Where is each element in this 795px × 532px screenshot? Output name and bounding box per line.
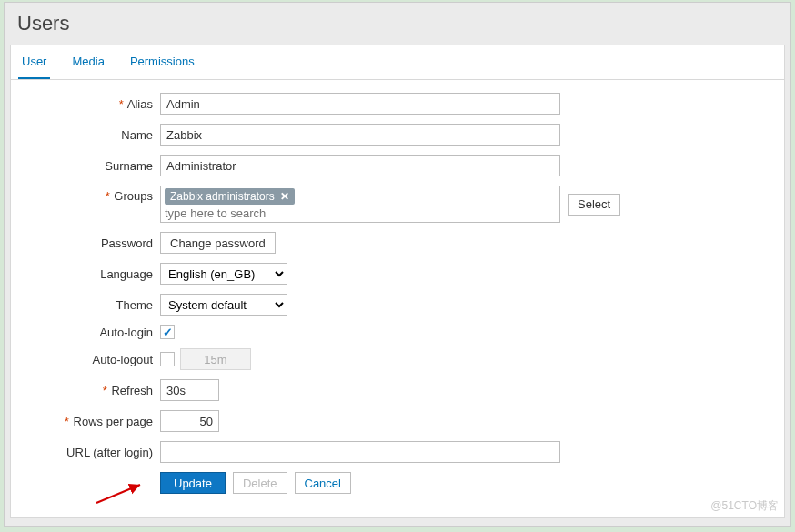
- action-buttons: Update Delete Cancel: [160, 472, 757, 494]
- name-label: Name: [38, 128, 160, 142]
- change-password-button[interactable]: Change password: [160, 232, 276, 254]
- annotation-arrow-icon: [93, 479, 147, 507]
- group-pill: Zabbix administrators ✕: [165, 188, 295, 205]
- theme-label: Theme: [38, 298, 160, 312]
- select-groups-button[interactable]: Select: [568, 194, 620, 216]
- language-select[interactable]: English (en_GB): [160, 263, 287, 285]
- groups-multiselect[interactable]: Zabbix administrators ✕: [160, 186, 560, 223]
- surname-input[interactable]: [160, 155, 560, 176]
- language-label: Language: [38, 267, 160, 281]
- password-label: Password: [38, 236, 160, 250]
- alias-label: * Alias: [38, 97, 160, 111]
- group-pill-label: Zabbix administrators: [170, 190, 275, 203]
- page-title: Users: [5, 3, 790, 45]
- tab-media[interactable]: Media: [68, 45, 107, 79]
- autologout-checkbox[interactable]: [160, 352, 175, 366]
- url-label: URL (after login): [38, 446, 160, 459]
- tab-permissions[interactable]: Permissions: [126, 45, 198, 79]
- delete-button[interactable]: Delete: [233, 472, 287, 494]
- user-form: * Alias Name Surname * Groups Zabbix adm…: [11, 80, 784, 503]
- theme-select[interactable]: System default: [160, 294, 287, 316]
- name-input[interactable]: [160, 124, 560, 146]
- alias-input[interactable]: [160, 93, 560, 115]
- cancel-button[interactable]: Cancel: [295, 472, 351, 494]
- rows-input[interactable]: [160, 410, 219, 432]
- refresh-input[interactable]: [160, 379, 219, 401]
- remove-group-icon[interactable]: ✕: [280, 190, 289, 203]
- svg-line-0: [96, 485, 140, 503]
- tab-user[interactable]: User: [18, 45, 50, 79]
- groups-label: * Groups: [38, 186, 160, 203]
- autologout-label: Auto-logout: [38, 353, 160, 366]
- tabs-bar: User Media Permissions: [11, 45, 784, 80]
- groups-search-input[interactable]: [165, 206, 556, 220]
- surname-label: Surname: [38, 159, 160, 173]
- update-button[interactable]: Update: [160, 472, 226, 494]
- autologout-value: 15m: [180, 348, 251, 370]
- autologin-checkbox[interactable]: [160, 325, 175, 339]
- url-input[interactable]: [160, 441, 560, 463]
- rows-label: * Rows per page: [38, 415, 160, 428]
- refresh-label: * Refresh: [38, 384, 160, 397]
- autologin-label: Auto-login: [38, 326, 160, 339]
- watermark-text: @51CTO博客: [710, 498, 779, 514]
